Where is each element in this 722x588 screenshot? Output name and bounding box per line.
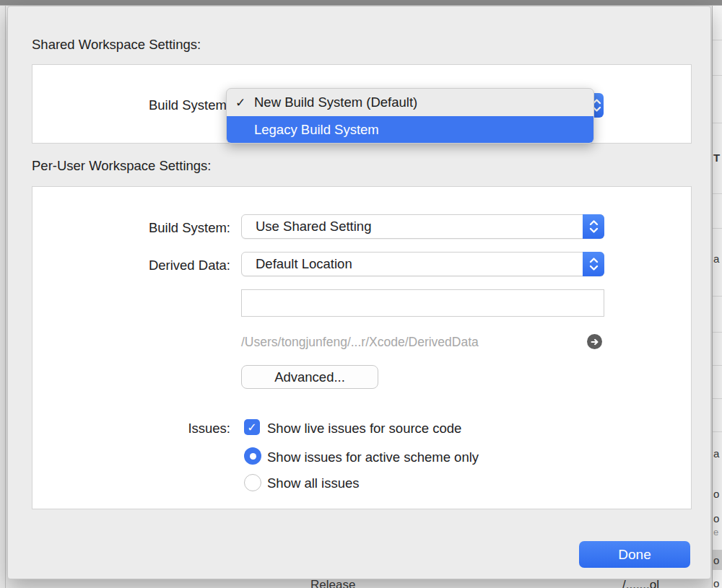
menu-item-label: Legacy Build System (254, 122, 379, 138)
table-row-divider (713, 365, 722, 366)
background-titlebar-strip (0, 0, 722, 6)
shared-build-system-label: Build System: (93, 97, 230, 113)
open-path-arrow-button[interactable] (587, 334, 602, 349)
background-text-fragment: T (713, 152, 720, 164)
build-system-menu: ✓ New Build System (Default) Legacy Buil… (226, 88, 594, 144)
radio-dot (250, 453, 256, 460)
background-table-strip: T a a o o e o o (712, 6, 722, 588)
per-user-build-system-label: Build System: (93, 220, 230, 236)
show-live-issues-checkbox[interactable]: ✓ (244, 419, 260, 435)
table-row-divider (713, 296, 722, 297)
advanced-button[interactable]: Advanced... (241, 365, 378, 389)
menu-item-label: New Build System (Default) (254, 95, 417, 110)
derived-data-path-text: /Users/tongjunfeng/...r/Xcode/DerivedDat… (241, 335, 479, 350)
up-down-chevrons-icon (589, 219, 599, 234)
background-text-fragment: a (713, 253, 719, 265)
menu-item-legacy-build-system[interactable]: Legacy Build System (227, 116, 593, 144)
derived-data-label: Derived Data: (93, 258, 230, 273)
show-live-issues-label: Show live issues for source code (267, 421, 461, 436)
table-row-divider (713, 398, 722, 399)
table-row-divider (713, 228, 722, 229)
issues-label: Issues: (93, 421, 230, 436)
show-all-issues-radio[interactable] (244, 474, 261, 491)
up-down-chevrons-icon (589, 256, 599, 272)
menu-item-new-build-system[interactable]: ✓ New Build System (Default) (227, 89, 593, 116)
background-left-edge (5, 6, 6, 588)
background-text-fragment: o (713, 488, 719, 500)
background-text-fragment: o (713, 554, 719, 566)
popup-cap (583, 252, 604, 276)
table-row-divider (713, 75, 722, 76)
table-row-divider (713, 123, 722, 123)
derived-data-path-field[interactable] (241, 289, 604, 317)
right-arrow-icon (591, 338, 599, 346)
table-row-divider (713, 431, 722, 432)
popup-selected-value: Default Location (256, 256, 352, 272)
background-text-fragment: o (713, 577, 719, 588)
background-text-fragment: o (713, 512, 719, 525)
done-button[interactable]: Done (579, 541, 690, 568)
checkmark-icon: ✓ (227, 95, 254, 110)
table-row-divider (713, 193, 722, 194)
shared-settings-heading: Shared Workspace Settings: (32, 37, 201, 53)
popup-cap (583, 214, 604, 239)
show-all-issues-label: Show all issues (267, 475, 360, 491)
show-issues-active-scheme-label: Show issues for active scheme only (267, 449, 479, 465)
table-row-divider (713, 40, 722, 40)
popup-selected-value: Use Shared Setting (256, 219, 371, 234)
checkmark-icon: ✓ (247, 421, 256, 434)
per-user-settings-heading: Per-User Workspace Settings: (32, 158, 211, 174)
background-text-path-fragment: /.....,.ol (622, 578, 659, 588)
table-row-divider (713, 332, 722, 333)
background-text-release: Release (310, 578, 355, 588)
background-text-fragment: e (713, 527, 718, 537)
background-text-fragment: a (713, 447, 719, 460)
derived-data-popup[interactable]: Default Location (241, 252, 604, 276)
workspace-settings-dialog: Shared Workspace Settings: Build System:… (7, 6, 711, 579)
show-issues-active-scheme-radio[interactable] (244, 447, 261, 465)
per-user-build-system-popup[interactable]: Use Shared Setting (241, 214, 604, 239)
